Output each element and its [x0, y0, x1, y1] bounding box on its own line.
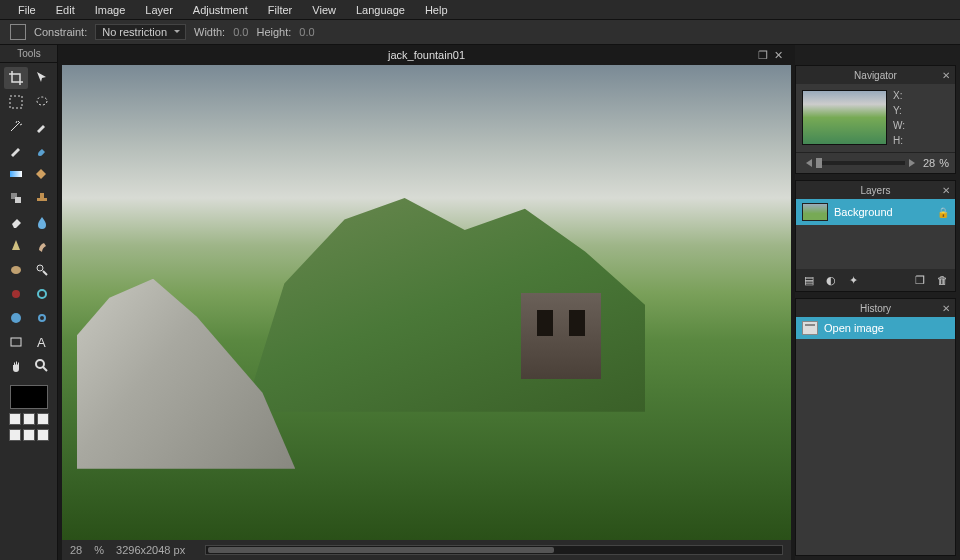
tool-gradient[interactable] [4, 163, 28, 185]
nav-y-label: Y: [893, 105, 905, 116]
tool-brush[interactable] [30, 139, 54, 161]
close-icon[interactable]: ✕ [942, 70, 950, 81]
layer-thumbnail [802, 203, 828, 221]
tool-bloat[interactable] [4, 307, 28, 329]
document-title: jack_fountain01 [388, 49, 465, 61]
zoom-out-icon[interactable] [802, 159, 812, 167]
tool-move[interactable] [30, 67, 54, 89]
horizontal-scrollbar[interactable] [205, 545, 783, 555]
nav-h-label: H: [893, 135, 905, 146]
menu-language[interactable]: Language [346, 4, 415, 16]
menu-view[interactable]: View [302, 4, 346, 16]
nav-x-label: X: [893, 90, 905, 101]
constraint-select[interactable]: No restriction [95, 24, 186, 40]
swatch[interactable] [23, 413, 35, 425]
tool-stamp[interactable] [30, 187, 54, 209]
image-content [62, 65, 791, 540]
menu-image[interactable]: Image [85, 4, 136, 16]
width-label: Width: [194, 26, 225, 38]
canvas-area: jack_fountain01 ❐ ✕ 28 % 3296x2048 px [58, 45, 795, 560]
svg-point-1 [37, 97, 47, 105]
svg-rect-11 [11, 338, 21, 346]
lock-icon[interactable]: 🔒 [937, 207, 949, 218]
tool-pencil[interactable] [4, 139, 28, 161]
zoom-suffix: % [94, 544, 104, 556]
close-icon[interactable]: ✕ [942, 185, 950, 196]
dimensions: 3296x2048 px [116, 544, 185, 556]
tool-sponge[interactable] [4, 259, 28, 281]
svg-rect-0 [10, 96, 22, 108]
tools-title: Tools [0, 45, 58, 63]
svg-point-5 [11, 266, 21, 274]
svg-text:A: A [37, 335, 46, 350]
tool-color-picker[interactable] [30, 115, 54, 137]
menu-help[interactable]: Help [415, 4, 458, 16]
status-bar: 28 % 3296x2048 px [62, 540, 791, 560]
zoom-in-icon[interactable] [909, 159, 919, 167]
svg-point-9 [11, 313, 21, 323]
svg-rect-2 [10, 171, 22, 177]
color-swatches [0, 381, 58, 445]
width-value[interactable]: 0.0 [233, 26, 248, 38]
menu-adjustment[interactable]: Adjustment [183, 4, 258, 16]
tool-wand[interactable] [4, 115, 28, 137]
tool-dodge[interactable] [30, 259, 54, 281]
tool-zoom[interactable] [30, 355, 54, 377]
layers-panel: Layers✕ Background 🔒 ▤ ◐ ✦ ❐ 🗑 [795, 180, 956, 292]
menu-file[interactable]: File [8, 4, 46, 16]
zoom-value[interactable]: 28 [70, 544, 82, 556]
menu-edit[interactable]: Edit [46, 4, 85, 16]
layer-fx-icon[interactable]: ✦ [844, 272, 862, 288]
open-image-icon [802, 321, 818, 335]
tool-drawing[interactable] [4, 331, 28, 353]
svg-point-7 [12, 290, 20, 298]
swatch[interactable] [37, 429, 49, 441]
zoom-slider[interactable] [816, 161, 905, 165]
restore-icon[interactable]: ❐ [758, 49, 768, 62]
navigator-thumbnail[interactable] [802, 90, 887, 145]
svg-rect-4 [15, 197, 21, 203]
swatch[interactable] [37, 413, 49, 425]
swatch[interactable] [9, 413, 21, 425]
tool-sharpen[interactable] [4, 235, 28, 257]
duplicate-layer-icon[interactable]: ❐ [911, 272, 929, 288]
foreground-color[interactable] [10, 385, 48, 409]
tool-paint-bucket[interactable] [30, 163, 54, 185]
menu-filter[interactable]: Filter [258, 4, 302, 16]
close-icon[interactable]: ✕ [774, 49, 783, 62]
layer-mask-icon[interactable]: ◐ [822, 272, 840, 288]
navigator-title: Navigator [854, 70, 897, 81]
svg-point-6 [37, 265, 43, 271]
tool-smudge[interactable] [30, 235, 54, 257]
tool-type[interactable]: A [30, 331, 54, 353]
right-panels: Navigator✕ X: Y: W: H: 28 % Layers✕ [795, 45, 960, 560]
document-title-bar: jack_fountain01 ❐ ✕ [62, 45, 791, 65]
nav-zoom-value[interactable]: 28 [923, 157, 935, 169]
swatch[interactable] [23, 429, 35, 441]
nav-zoom-suffix: % [939, 157, 949, 169]
delete-layer-icon[interactable]: 🗑 [933, 272, 951, 288]
options-bar: Constraint: No restriction Width: 0.0 He… [0, 20, 960, 45]
tool-eraser[interactable] [4, 211, 28, 233]
crop-icon [10, 24, 26, 40]
close-icon[interactable]: ✕ [942, 303, 950, 314]
tool-hand[interactable] [4, 355, 28, 377]
tool-lasso[interactable] [30, 91, 54, 113]
tool-red-eye[interactable] [4, 283, 28, 305]
swatch[interactable] [9, 429, 21, 441]
height-value[interactable]: 0.0 [299, 26, 314, 38]
new-layer-icon[interactable]: ▤ [800, 272, 818, 288]
history-item[interactable]: Open image [796, 317, 955, 339]
menu-bar: File Edit Image Layer Adjustment Filter … [0, 0, 960, 20]
menu-layer[interactable]: Layer [135, 4, 183, 16]
tool-pinch[interactable] [30, 307, 54, 329]
canvas[interactable] [62, 65, 791, 540]
tool-marquee[interactable] [4, 91, 28, 113]
tool-crop[interactable] [4, 67, 28, 89]
layer-item[interactable]: Background 🔒 [796, 199, 955, 225]
tool-spot-heal[interactable] [30, 283, 54, 305]
layers-title: Layers [860, 185, 890, 196]
tool-clone[interactable] [4, 187, 28, 209]
tool-blur[interactable] [30, 211, 54, 233]
tools-panel: Tools A [0, 45, 58, 560]
